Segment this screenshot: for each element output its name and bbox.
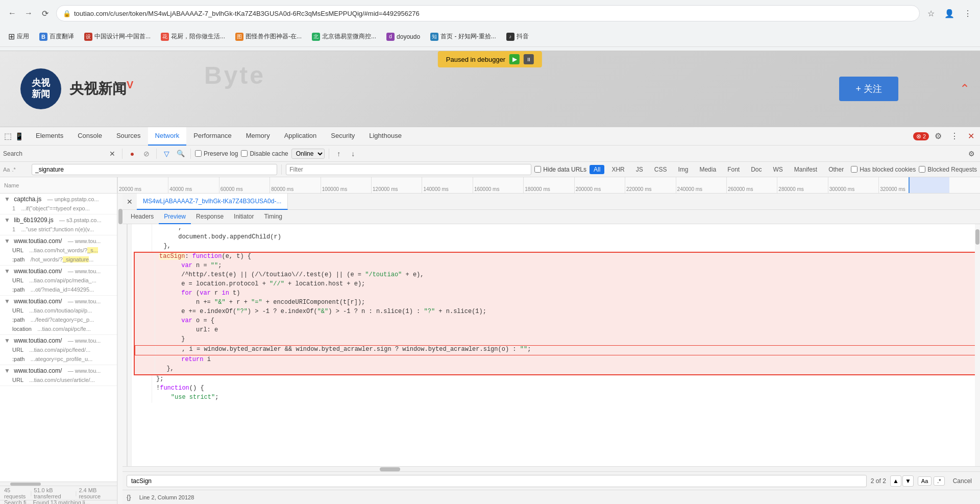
file-url-5[interactable]: URL ...tiao.com/c/user/article/... xyxy=(0,375,117,385)
file-url-2[interactable]: URL ...tiao.com/api/pc/media_... xyxy=(0,276,117,285)
filter-type-all[interactable]: All xyxy=(590,165,604,174)
back-button[interactable]: ← xyxy=(5,6,19,20)
close-file-button[interactable]: ✕ xyxy=(122,198,137,206)
file-list-hscroll[interactable] xyxy=(0,482,117,486)
bookmark-doyoudo[interactable]: d doyoudo xyxy=(382,31,424,43)
blocked-cookies-input[interactable] xyxy=(851,166,857,173)
file-path-4[interactable]: :path ...ategory=pc_profile_u... xyxy=(0,354,117,364)
file-toutiao-2[interactable]: ▼ www.toutiao.com/ — www.tou... xyxy=(0,267,117,276)
preserve-log-input[interactable] xyxy=(195,150,202,157)
disable-cache-checkbox[interactable]: Disable cache xyxy=(241,150,288,157)
file-url-3[interactable]: URL ...tiao.com/toutiao/api/p... xyxy=(0,306,117,315)
file-captcha[interactable]: ▼ captcha.js — unpkg.pstatp.co... xyxy=(0,195,117,204)
follow-button[interactable]: + 关注 xyxy=(839,77,898,101)
file-path-3[interactable]: :path .../feed/?category=pc_p... xyxy=(0,315,117,324)
import-button[interactable]: ↑ xyxy=(333,148,345,159)
filter-type-other[interactable]: Other xyxy=(824,165,848,174)
file-toutiao-1[interactable]: ▼ www.toutiao.com/ — www.tou... xyxy=(0,236,117,246)
record-button[interactable]: ● xyxy=(127,148,138,159)
search-button[interactable]: 🔍 xyxy=(175,148,186,159)
search-cancel-button[interactable]: Cancel xyxy=(949,477,976,485)
debugger-play-button[interactable]: ▶ xyxy=(509,54,520,64)
tab-response[interactable]: Response xyxy=(191,210,229,224)
tab-security[interactable]: Security xyxy=(324,127,362,146)
blocked-requests-checkbox[interactable]: Blocked Requests xyxy=(919,166,977,173)
blocked-requests-input[interactable] xyxy=(919,166,925,173)
more-button[interactable]: ⋮ xyxy=(961,6,975,20)
tab-application[interactable]: Application xyxy=(277,127,324,146)
search-close-button[interactable]: ✕ xyxy=(107,148,118,159)
filter-type-font[interactable]: Font xyxy=(723,165,744,174)
file-url-4[interactable]: URL ...tiao.com/api/pc/feed/... xyxy=(0,345,117,354)
disable-cache-input[interactable] xyxy=(241,150,248,157)
file-lib[interactable]: ▼ lib_6b19209.js — s3.pstatp.co... xyxy=(0,215,117,225)
forward-button[interactable]: → xyxy=(21,6,36,20)
tab-memory[interactable]: Memory xyxy=(239,127,277,146)
filter-type-img[interactable]: Img xyxy=(674,165,692,174)
file-toutiao-4[interactable]: ▼ www.toutiao.com/ — www.tou... xyxy=(0,336,117,345)
hide-data-urls-input[interactable] xyxy=(534,166,541,173)
tab-headers[interactable]: Headers xyxy=(126,210,159,224)
tab-lighthouse[interactable]: Lighthouse xyxy=(362,127,409,146)
file-lib-detail[interactable]: 1 ..."use strict";function n(e)(v... xyxy=(0,225,117,234)
code-search-input[interactable] xyxy=(127,475,867,487)
search-next-button[interactable]: ▼ xyxy=(902,475,914,487)
tab-network[interactable]: Network xyxy=(148,127,187,146)
file-list-vscroll[interactable] xyxy=(117,194,122,504)
export-button[interactable]: ↓ xyxy=(348,148,359,159)
code-hscroll[interactable] xyxy=(122,466,980,471)
code-tab-file[interactable]: MS4wLjABAAAAZ-7_bvlhGk-tKa7Z4B3GUSA0d-..… xyxy=(137,194,288,210)
device-toggle-button[interactable]: 📱 xyxy=(13,131,24,142)
stop-recording-button[interactable]: ⊘ xyxy=(141,148,152,159)
tab-initiator[interactable]: Initiator xyxy=(229,210,259,224)
file-toutiao-3[interactable]: ▼ www.toutiao.com/ — www.tou... xyxy=(0,297,117,306)
file-toutiao-5[interactable]: ▼ www.toutiao.com/ — www.tou... xyxy=(0,366,117,375)
bookmark-flower[interactable]: 花 花厨，陪你做生活... xyxy=(157,30,229,43)
profile-button[interactable]: 👤 xyxy=(942,6,957,20)
filter-button[interactable]: ▽ xyxy=(161,148,172,159)
debugger-step-button[interactable]: ⏸ xyxy=(524,54,534,64)
bookmark-beijing[interactable]: 北 北京德易堂微商控... xyxy=(308,30,380,43)
inspect-element-button[interactable]: ⬚ xyxy=(2,131,13,142)
filter-type-xhr[interactable]: XHR xyxy=(607,165,628,174)
bookmark-apps[interactable]: ⊞ 应用 xyxy=(4,30,33,43)
tab-performance[interactable]: Performance xyxy=(186,127,238,146)
devtools-more-button[interactable]: ⋮ xyxy=(947,129,962,143)
tab-preview[interactable]: Preview xyxy=(159,210,191,224)
filter-type-media[interactable]: Media xyxy=(695,165,720,174)
tab-elements[interactable]: Elements xyxy=(29,127,70,146)
address-bar[interactable]: 🔒 toutiao.com/c/user/token/MS4wLjABAAAAZ… xyxy=(56,5,920,21)
bookmark-douyin[interactable]: ♪ 抖音 xyxy=(502,30,533,43)
tab-console[interactable]: Console xyxy=(70,127,109,146)
hide-data-urls-checkbox[interactable]: Hide data URLs xyxy=(534,166,586,173)
file-path-2[interactable]: :path ...ot/?media_id=449295... xyxy=(0,285,117,294)
file-path-1[interactable]: :path /hot_words/?_signature... xyxy=(0,255,117,264)
file-url-1[interactable]: URL ...tiao.com/hot_words/?_s... xyxy=(0,246,117,255)
filter-type-css[interactable]: CSS xyxy=(650,165,671,174)
settings-button[interactable]: ⚙ xyxy=(966,148,977,159)
code-vscroll[interactable] xyxy=(975,224,980,466)
search-input[interactable] xyxy=(32,164,277,175)
filter-type-doc[interactable]: Doc xyxy=(747,165,766,174)
throttle-select[interactable]: Online xyxy=(291,149,325,159)
case-sensitive-button[interactable]: Aa xyxy=(918,476,932,486)
devtools-close-button[interactable]: ✕ xyxy=(964,129,978,143)
preserve-log-checkbox[interactable]: Preserve log xyxy=(195,150,238,157)
tab-sources[interactable]: Sources xyxy=(109,127,148,146)
filter-input[interactable] xyxy=(286,164,531,175)
tab-timing[interactable]: Timing xyxy=(259,210,287,224)
bookmark-imgmonster[interactable]: 图 图怪兽作图神器-在... xyxy=(231,30,306,43)
file-captcha-detail[interactable]: 1 ...if("object"==typeof expo... xyxy=(0,204,117,213)
devtools-settings-button[interactable]: ⚙ xyxy=(931,129,945,143)
bookmark-button[interactable]: ☆ xyxy=(924,6,938,20)
file-location[interactable]: location ...tiao.com/api/pc/fe... xyxy=(0,324,117,333)
collapse-icon[interactable]: ⌃ xyxy=(960,82,970,96)
filter-type-ws[interactable]: WS xyxy=(769,165,787,174)
bookmark-baidu[interactable]: B 百度翻译 xyxy=(35,30,78,43)
filter-type-manifest[interactable]: Manifest xyxy=(790,165,821,174)
regex-search-button[interactable]: .* xyxy=(934,476,944,486)
bookmark-design[interactable]: 设 中国设计网-中国首... xyxy=(80,30,155,43)
bookmark-zhinet[interactable]: 知 首页 - 好知网-重拾... xyxy=(426,30,500,43)
search-prev-button[interactable]: ▲ xyxy=(890,475,901,487)
blocked-cookies-checkbox[interactable]: Has blocked cookies xyxy=(851,166,916,173)
